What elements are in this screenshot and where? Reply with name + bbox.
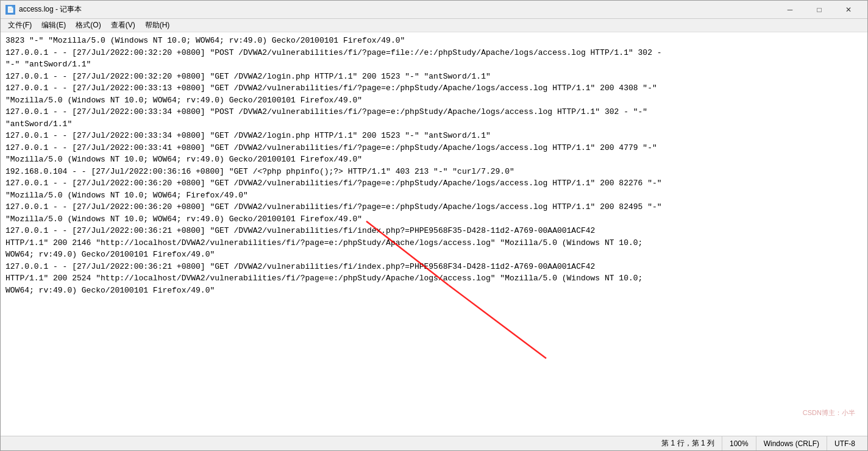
charset: UTF-8 <box>827 436 863 450</box>
content-area: CSDN博主：小半 <box>1 32 867 436</box>
menu-edit[interactable]: 编辑(E) <box>37 19 71 32</box>
text-editor[interactable] <box>1 32 867 436</box>
window-title: access.log - 记事本 <box>19 4 82 15</box>
menu-file[interactable]: 文件(F) <box>3 19 37 32</box>
title-bar-controls: ─ □ ✕ <box>776 2 863 17</box>
cursor-position: 第 1 行，第 1 列 <box>5 436 722 450</box>
line-ending: Windows (CRLF) <box>756 436 827 450</box>
menu-format[interactable]: 格式(O) <box>71 19 105 32</box>
menu-view[interactable]: 查看(V) <box>106 19 140 32</box>
notepad-window: 📄 access.log - 记事本 ─ □ ✕ 文件(F) 编辑(E) 格式(… <box>0 0 868 451</box>
zoom-level: 100% <box>722 436 756 450</box>
minimize-button[interactable]: ─ <box>776 2 804 17</box>
title-bar-left: 📄 access.log - 记事本 <box>5 4 82 15</box>
app-icon: 📄 <box>5 5 15 15</box>
close-button[interactable]: ✕ <box>834 2 863 17</box>
title-bar: 📄 access.log - 记事本 ─ □ ✕ <box>1 1 867 19</box>
menu-help[interactable]: 帮助(H) <box>140 19 175 32</box>
maximize-button[interactable]: □ <box>805 2 833 17</box>
status-bar: 第 1 行，第 1 列 100% Windows (CRLF) UTF-8 <box>1 436 867 450</box>
menu-bar: 文件(F) 编辑(E) 格式(O) 查看(V) 帮助(H) <box>1 19 867 32</box>
